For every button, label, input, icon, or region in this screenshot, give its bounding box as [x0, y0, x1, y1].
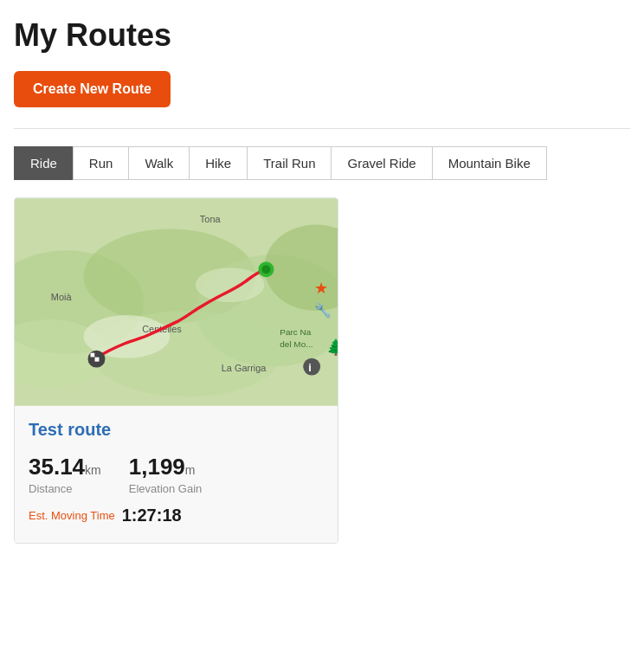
svg-rect-18	[91, 358, 95, 362]
distance-value: 35.14km	[29, 454, 101, 480]
route-map[interactable]: Tona Moià Centelles La Garriga Parc Na d…	[15, 198, 338, 406]
elevation-value: 1,199m	[129, 454, 203, 480]
route-name: Test route	[29, 420, 324, 440]
tab-ride[interactable]: Ride	[14, 146, 73, 180]
page-title: My Routes	[14, 17, 630, 54]
svg-text:Moià: Moià	[51, 292, 73, 302]
distance-stat: 35.14km Distance	[29, 454, 101, 495]
svg-text:★: ★	[314, 280, 328, 297]
svg-text:Parc Na: Parc Na	[280, 327, 311, 337]
moving-time-label: Est. Moving Time	[29, 509, 115, 522]
page-container: My Routes Create New Route Ride Run Walk…	[0, 0, 644, 561]
moving-time-row: Est. Moving Time 1:27:18	[29, 506, 324, 525]
elevation-stat: 1,199m Elevation Gain	[129, 454, 203, 495]
tab-trail-run[interactable]: Trail Run	[247, 146, 331, 180]
section-divider	[14, 128, 630, 129]
svg-text:🌲: 🌲	[326, 338, 338, 357]
svg-point-25	[303, 358, 320, 376]
svg-rect-17	[95, 353, 100, 358]
stats-row: 35.14km Distance 1,199m Elevation Gain	[29, 454, 324, 495]
svg-rect-16	[91, 353, 95, 358]
tab-hike[interactable]: Hike	[189, 146, 247, 180]
tab-gravel-ride[interactable]: Gravel Ride	[331, 146, 431, 180]
svg-point-8	[196, 267, 265, 302]
svg-text:del Mo...: del Mo...	[280, 339, 312, 349]
route-info: Test route 35.14km Distance 1,199m Eleva…	[15, 406, 338, 543]
elevation-label: Elevation Gain	[129, 482, 203, 495]
svg-text:🔧: 🔧	[314, 302, 332, 319]
tab-mountain-bike[interactable]: Mountain Bike	[432, 146, 547, 180]
svg-point-21	[261, 265, 270, 274]
activity-tabs: Ride Run Walk Hike Trail Run Gravel Ride…	[14, 146, 630, 180]
svg-text:i: i	[308, 361, 312, 374]
distance-label: Distance	[29, 482, 101, 495]
svg-text:Tona: Tona	[200, 214, 222, 224]
route-card: Tona Moià Centelles La Garriga Parc Na d…	[14, 197, 338, 544]
moving-time-value: 1:27:18	[122, 506, 182, 525]
tab-walk[interactable]: Walk	[128, 146, 189, 180]
svg-text:La Garriga: La Garriga	[222, 363, 267, 373]
tab-run[interactable]: Run	[73, 146, 129, 180]
svg-rect-19	[95, 358, 100, 362]
create-new-route-button[interactable]: Create New Route	[14, 71, 171, 107]
